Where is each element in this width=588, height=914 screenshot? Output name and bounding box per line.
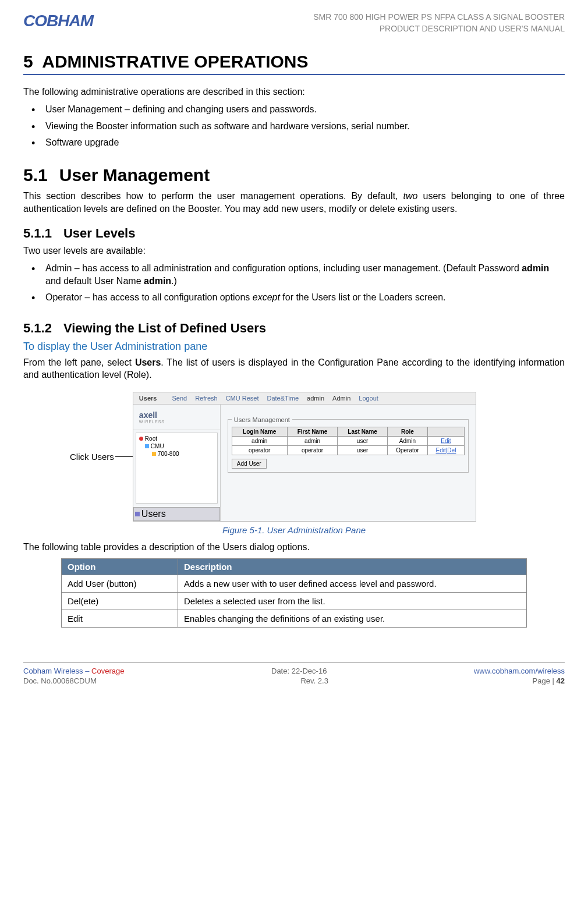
- toolbar-cmu-reset[interactable]: CMU Reset: [226, 395, 259, 402]
- subsection-title: Viewing the List of Defined Users: [63, 321, 266, 335]
- table-row: admin admin user Admin Edit: [232, 436, 464, 445]
- footer-brand: Cobham Wireless: [23, 667, 83, 675]
- click-users-label: Click Users: [70, 452, 114, 462]
- th-first: First Name: [287, 427, 338, 436]
- footer-doc: Doc. No.00068CDUM: [23, 676, 97, 685]
- page-label: Page |: [533, 676, 557, 685]
- table-row: Add User (button) Adds a new user with t…: [62, 575, 527, 592]
- section-5-1-heading: 5.1User Management: [23, 165, 565, 185]
- chapter-number: 5: [23, 52, 33, 71]
- footer-rev: Rev. 2.3: [300, 676, 328, 685]
- toolbar-send[interactable]: Send: [172, 395, 187, 402]
- section-number: 5.1: [23, 165, 48, 185]
- pointer-line: [115, 456, 133, 457]
- tree-band[interactable]: 700-800: [138, 450, 215, 458]
- cmu-icon: [145, 444, 149, 448]
- table-row: Edit Enables changing the definitions of…: [62, 610, 527, 627]
- mock-left-pane: axell WIRELESS Root CMU 700-800 Users: [133, 405, 221, 521]
- toolbar-refresh[interactable]: Refresh: [195, 395, 218, 402]
- edit-link[interactable]: Edit: [441, 438, 451, 444]
- subsection-number: 5.1.2: [23, 321, 52, 335]
- mock-right-pane: Users Management Login Name First Name L…: [221, 405, 476, 521]
- user-level-operator: Operator – has access to all configurati…: [23, 291, 565, 304]
- footer-tag: Coverage: [91, 667, 124, 675]
- th-last: Last Name: [338, 427, 387, 436]
- th-login: Login Name: [232, 427, 287, 436]
- page-footer: Cobham Wireless – Coverage Date: 22-Dec-…: [23, 663, 565, 675]
- section-5-1-1-heading: 5.1.1User Levels: [23, 226, 565, 241]
- tree-cmu[interactable]: CMU: [138, 442, 215, 450]
- edit-del-link[interactable]: Edit|Del: [436, 447, 456, 454]
- intro-bullet: Software upgrade: [23, 136, 565, 149]
- user-levels-list: Admin – has access to all administration…: [23, 262, 565, 304]
- options-th-option: Option: [62, 558, 178, 575]
- th-actions: [428, 427, 465, 436]
- intro-bullet: User Management – defining and changing …: [23, 103, 565, 116]
- th-role: Role: [387, 427, 427, 436]
- tree-root[interactable]: Root: [138, 435, 215, 442]
- tree-users[interactable]: Users: [133, 507, 220, 521]
- chapter-title: ADMINISTRATIVE OPERATIONS: [42, 52, 308, 71]
- users-management-fieldset: Users Management Login Name First Name L…: [228, 416, 469, 473]
- band-icon: [152, 452, 156, 456]
- options-table-intro: The following table provides a descripti…: [23, 542, 565, 552]
- subsection-title: User Levels: [63, 226, 136, 240]
- header-line-1: SMR 700 800 HIGH POWER PS NFPA CLASS A S…: [313, 12, 565, 23]
- page-header: COBHAM SMR 700 800 HIGH POWER PS NFPA CL…: [23, 12, 565, 34]
- heading-underline: [23, 74, 565, 75]
- toolbar-user: admin: [307, 395, 324, 402]
- fieldset-legend: Users Management: [232, 416, 292, 423]
- intro-paragraph: The following administrative operations …: [23, 87, 565, 97]
- users-icon: [135, 512, 140, 516]
- table-row: Del(ete) Deletes a selected user from th…: [62, 592, 527, 610]
- toolbar-title: Users: [139, 395, 157, 402]
- section-5-1-2-heading: 5.1.2Viewing the List of Defined Users: [23, 321, 565, 336]
- user-levels-intro: Two user levels are available:: [23, 246, 565, 256]
- chapter-heading: 5 ADMINISTRATIVE OPERATIONS: [23, 52, 565, 72]
- toolbar-role: Admin: [332, 395, 350, 402]
- mock-toolbar: Users Send Refresh CMU Reset Date&Time a…: [133, 392, 476, 405]
- axell-logo: axell: [139, 410, 165, 420]
- intro-bullet: Viewing the Booster information such as …: [23, 120, 565, 133]
- procedure-body: From the left pane, select Users. The li…: [23, 356, 565, 381]
- options-th-description: Description: [178, 558, 527, 575]
- toolbar-logout[interactable]: Logout: [359, 395, 378, 402]
- screenshot-window: Users Send Refresh CMU Reset Date&Time a…: [133, 392, 476, 522]
- toolbar-datetime[interactable]: Date&Time: [267, 395, 299, 402]
- tree-panel: Root CMU 700-800: [136, 433, 218, 504]
- red-dot-icon: [139, 437, 143, 441]
- procedure-heading: To display the User Administration pane: [23, 341, 565, 353]
- footer-date: Date: 22-Dec-16: [271, 667, 327, 675]
- cobham-logo: COBHAM: [23, 12, 93, 30]
- section-5-1-body: This section describes how to perform th…: [23, 190, 565, 215]
- section-title: User Management: [59, 165, 210, 185]
- figure-caption: Figure 5-1. User Administration Pane: [23, 525, 565, 535]
- footer-url[interactable]: www.cobham.com/wireless: [474, 667, 565, 675]
- intro-bullet-list: User Management – defining and changing …: [23, 103, 565, 149]
- header-line-2: PRODUCT DESCRIPTION AND USER'S MANUAL: [313, 23, 565, 35]
- options-table: Option Description Add User (button) Add…: [61, 558, 527, 628]
- subsection-number: 5.1.1: [23, 226, 52, 240]
- table-row: operator operator user Operator Edit|Del: [232, 445, 464, 455]
- users-table: Login Name First Name Last Name Role adm…: [232, 427, 465, 455]
- page-footer-line2: Doc. No.00068CDUM Rev. 2.3 Page | 42: [23, 676, 565, 685]
- add-user-button[interactable]: Add User: [232, 459, 267, 469]
- page-number: 42: [557, 676, 565, 685]
- user-level-admin: Admin – has access to all administration…: [23, 262, 565, 288]
- axell-subtext: WIRELESS: [139, 420, 165, 424]
- figure-container: Click Users Users Send Refresh CMU Reset…: [70, 392, 565, 522]
